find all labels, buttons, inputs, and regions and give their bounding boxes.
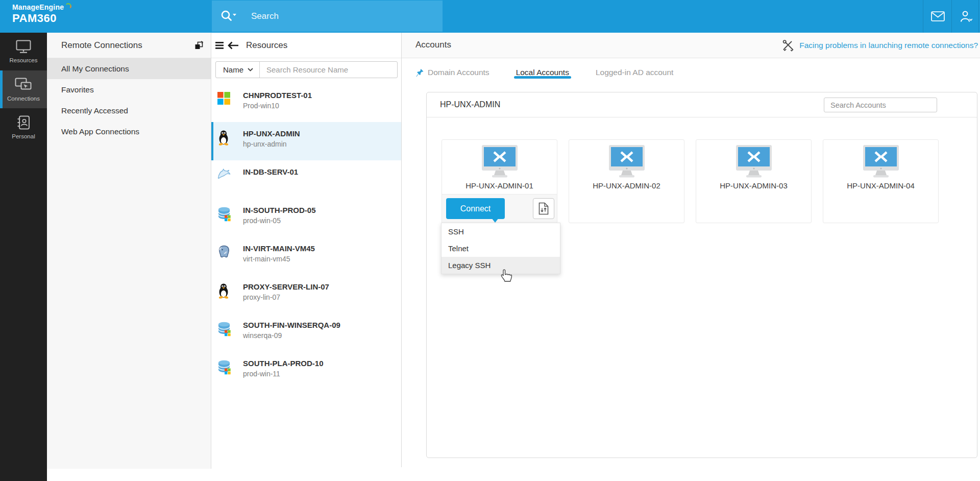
resource-row[interactable]: SOUTH-FIN-WINSERQA-09 winserqa-09 [211, 314, 401, 352]
file-transfer-button[interactable] [533, 198, 554, 219]
remote-connections-icon [15, 78, 32, 92]
filter-field-value: Name [223, 65, 243, 74]
resource-search-input[interactable] [260, 65, 397, 74]
notifications-mail-button[interactable] [924, 0, 951, 33]
address-book-icon [17, 115, 30, 130]
brand-swirl-icon [65, 3, 71, 10]
resource-description: hp-unx-admin [237, 140, 300, 148]
sidebar-item-label: Personal [12, 133, 35, 139]
dropdown-anchor-caret [492, 218, 499, 223]
account-tile-hp-unx-admin-03[interactable]: HP-UNX-ADMIN-03 [696, 139, 812, 223]
search-icon[interactable] [220, 10, 238, 23]
sidebar-item-connections[interactable]: Connections [0, 70, 47, 108]
resource-description: proxy-lin-07 [237, 293, 329, 301]
help-link-text[interactable]: Facing problems in launching remote conn… [799, 41, 978, 50]
account-tile-hp-unx-admin-02[interactable]: HP-UNX-ADMIN-02 [569, 139, 684, 223]
sidebar-item-resources[interactable]: Resources [0, 33, 47, 70]
tab-label: Logged-in AD account [596, 68, 674, 77]
topbar-divider [978, 0, 979, 33]
account-name: HP-UNX-ADMIN-01 [442, 181, 557, 190]
menu-item-ssh[interactable]: SSH [442, 223, 560, 240]
tab-logged-in-ad-account[interactable]: Logged-in AD account [596, 58, 674, 85]
user-menu-button[interactable] [952, 0, 980, 33]
resource-row[interactable]: CHNPRODTEST-01 Prod-win10 [211, 84, 401, 122]
connection-filter-web-app-connections[interactable]: Web App Connections [47, 121, 211, 142]
resources-panel: Resources Name CHNPRODTEST-01 Pro [211, 33, 402, 467]
menu-hamburger-icon[interactable] [215, 42, 224, 49]
resource-name: SOUTH-FIN-WINSERQA-09 [237, 321, 340, 329]
resource-description: prod-win-11 [237, 370, 324, 378]
brand-name: ManageEngine [12, 3, 64, 11]
resource-name: HP-UNX-ADMIN [237, 129, 300, 138]
app-sidebar: Resources Connections Personal [0, 33, 47, 481]
database-windows-icon [217, 359, 237, 390]
pin-icon [416, 68, 424, 78]
remote-session-monitor-icon [480, 145, 519, 178]
account-search-input[interactable] [824, 98, 937, 112]
tab-label: Local Accounts [516, 68, 569, 77]
resources-title: Resources [246, 40, 287, 51]
linux-tux-icon [217, 129, 237, 160]
global-search-bar[interactable] [212, 1, 443, 32]
connect-strip: Connect [442, 194, 557, 223]
remote-session-monitor-icon [734, 145, 773, 178]
account-name: HP-UNX-ADMIN-04 [823, 181, 938, 190]
resource-name: IN-SOUTH-PROD-05 [237, 206, 316, 214]
resource-row[interactable]: IN-VIRT-MAIN-VM45 virt-main-vm45 [211, 237, 401, 275]
filter-field-select[interactable]: Name [216, 62, 260, 78]
resource-row-selected[interactable]: HP-UNX-ADMIN hp-unx-admin [211, 122, 401, 160]
remote-connections-panel: Remote Connections All My Connections Fa… [47, 33, 211, 469]
resource-filter-bar: Name [215, 61, 398, 78]
topbar-divider [923, 0, 923, 33]
remote-session-monitor-icon [862, 145, 900, 178]
database-windows-icon [217, 206, 237, 237]
resource-row[interactable]: PROXY-SERVER-LIN-07 proxy-lin-07 [211, 275, 401, 314]
database-windows-icon [217, 321, 237, 352]
resource-name: IN-DB-SERV-01 [237, 167, 298, 176]
resource-name: SOUTH-PLA-PROD-10 [237, 359, 324, 368]
sidebar-item-label: Connections [7, 95, 40, 102]
connection-filter-favorites[interactable]: Favorites [47, 79, 211, 100]
swap-panel-icon[interactable] [194, 41, 204, 50]
linux-tux-icon [217, 282, 237, 314]
resource-description: prod-win-05 [237, 217, 316, 225]
menu-item-telnet[interactable]: Telnet [442, 240, 560, 257]
file-transfer-icon [538, 202, 549, 215]
connect-button[interactable]: Connect [446, 198, 505, 219]
remote-connection-help-link[interactable]: Facing problems in launching remote conn… [782, 33, 978, 58]
monitor-icon [16, 40, 31, 54]
connect-protocol-menu: SSH Telnet Legacy SSH [441, 223, 560, 274]
account-tile-hp-unx-admin-04[interactable]: HP-UNX-ADMIN-04 [823, 139, 939, 223]
chevron-down-icon [248, 68, 253, 71]
resource-list: CHNPRODTEST-01 Prod-win10 HP-UNX-AD [211, 84, 401, 390]
resource-row[interactable]: IN-SOUTH-PROD-05 prod-win-05 [211, 199, 401, 237]
connection-filter-recently-accessed[interactable]: Recently Accessed [47, 100, 211, 121]
account-name: HP-UNX-ADMIN-02 [569, 181, 684, 190]
collapse-back-arrow-icon[interactable] [227, 41, 239, 50]
resource-description: winserqa-09 [237, 331, 340, 340]
card-resource-title: HP-UNX-ADMIN [440, 100, 500, 109]
accounts-title: Accounts [415, 40, 451, 50]
resource-row[interactable]: SOUTH-PLA-PROD-10 prod-win-11 [211, 352, 401, 390]
accounts-tabs: Domain Accounts Local Accounts Logged-in… [402, 58, 980, 85]
mysql-dolphin-icon [217, 167, 237, 199]
resource-name: PROXY-SERVER-LIN-07 [237, 282, 329, 291]
tab-label: Domain Accounts [428, 68, 489, 77]
tab-domain-accounts[interactable]: Domain Accounts [416, 58, 489, 85]
connection-filter-all-my-connections[interactable]: All My Connections [47, 58, 211, 79]
resource-row[interactable]: IN-DB-SERV-01 [211, 160, 401, 199]
brand-logo: ManageEngine PAM360 [12, 3, 71, 25]
menu-item-legacy-ssh[interactable]: Legacy SSH [442, 257, 560, 274]
resource-name: CHNPRODTEST-01 [237, 91, 312, 100]
resource-description: Prod-win10 [237, 102, 312, 110]
top-bar: ManageEngine PAM360 [0, 0, 980, 33]
tab-local-accounts[interactable]: Local Accounts [516, 58, 569, 85]
remote-session-monitor-icon [607, 145, 646, 178]
resource-name: IN-VIRT-MAIN-VM45 [237, 244, 315, 253]
account-name: HP-UNX-ADMIN-03 [696, 181, 811, 190]
account-tile-hp-unx-admin-01[interactable]: HP-UNX-ADMIN-01 Connect [442, 139, 557, 223]
remote-connections-title: Remote Connections [61, 40, 142, 51]
windows-icon [217, 91, 237, 122]
sidebar-item-personal[interactable]: Personal [0, 108, 47, 146]
search-input[interactable] [251, 11, 414, 21]
